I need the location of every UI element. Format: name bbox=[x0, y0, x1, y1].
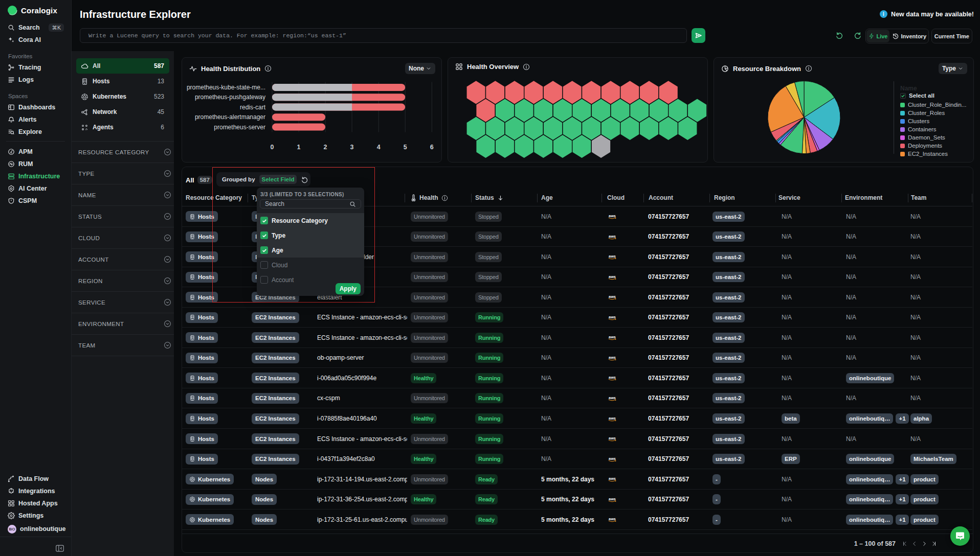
svg-text:aws: aws bbox=[609, 274, 616, 279]
svg-text:aws: aws bbox=[609, 294, 616, 299]
svg-text:aws: aws bbox=[609, 436, 616, 441]
svg-text:2: 2 bbox=[324, 144, 327, 151]
svg-text:aws: aws bbox=[609, 396, 616, 400]
svg-text:prometheus-pushgateway: prometheus-pushgateway bbox=[195, 94, 265, 101]
svg-text:4: 4 bbox=[377, 144, 381, 151]
svg-text:aws: aws bbox=[609, 335, 616, 339]
svg-text:aws: aws bbox=[609, 496, 616, 501]
svg-text:prometheus-alertmanager: prometheus-alertmanager bbox=[195, 113, 265, 121]
svg-text:aws: aws bbox=[609, 456, 616, 460]
svg-text:prometheus-server: prometheus-server bbox=[214, 124, 265, 131]
svg-text:aws: aws bbox=[609, 415, 616, 420]
svg-text:aws: aws bbox=[609, 517, 616, 521]
svg-text:6: 6 bbox=[430, 144, 434, 151]
svg-text:aws: aws bbox=[609, 375, 616, 380]
svg-text:aws: aws bbox=[609, 234, 616, 238]
svg-text:aws: aws bbox=[609, 355, 616, 359]
svg-text:5: 5 bbox=[404, 144, 407, 151]
svg-text:3: 3 bbox=[350, 144, 354, 151]
svg-text:redis-cart: redis-cart bbox=[240, 104, 266, 111]
svg-text:aws: aws bbox=[609, 476, 616, 481]
svg-text:aws: aws bbox=[609, 314, 616, 319]
svg-text:0: 0 bbox=[271, 144, 274, 151]
svg-text:aws: aws bbox=[609, 214, 616, 218]
svg-text:prometheus-kube-state-me...: prometheus-kube-state-me... bbox=[187, 84, 265, 91]
svg-text:1: 1 bbox=[297, 144, 301, 151]
svg-text:aws: aws bbox=[609, 254, 616, 259]
